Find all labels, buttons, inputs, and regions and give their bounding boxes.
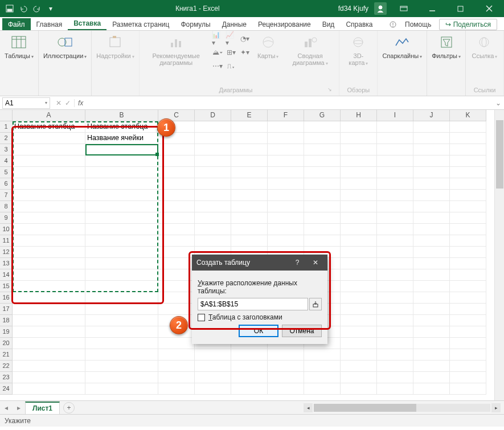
cell[interactable] [413, 326, 450, 338]
cell[interactable] [341, 155, 377, 167]
cell[interactable] [85, 144, 158, 155]
cell[interactable] [158, 304, 195, 315]
cell[interactable] [85, 349, 158, 361]
cell[interactable] [341, 201, 377, 212]
cell[interactable] [413, 338, 450, 349]
cell[interactable] [341, 178, 377, 190]
column-header[interactable]: F [268, 110, 304, 121]
cell[interactable] [268, 235, 304, 247]
cell[interactable] [413, 190, 450, 201]
cell[interactable] [268, 201, 304, 212]
cell[interactable] [413, 383, 450, 395]
cell[interactable] [413, 133, 450, 144]
3d-map-button[interactable]: 3D-карта [344, 33, 372, 67]
cell[interactable] [304, 372, 341, 383]
close-button[interactable] [478, 0, 501, 17]
cell[interactable] [341, 338, 377, 349]
expand-formula-bar-icon[interactable]: ⌄ [493, 99, 504, 107]
row-header[interactable]: 20 [0, 338, 13, 349]
cell[interactable] [195, 235, 231, 247]
cell[interactable] [341, 144, 377, 155]
cell[interactable] [341, 326, 377, 338]
cell[interactable] [13, 212, 85, 224]
cell[interactable] [85, 269, 158, 281]
row-header[interactable]: 21 [0, 349, 13, 361]
maps-button[interactable]: Карты [254, 33, 282, 60]
range-picker-icon[interactable] [309, 298, 322, 310]
fx-icon[interactable]: fx [74, 99, 87, 107]
column-header[interactable]: H [341, 110, 377, 121]
cell[interactable]: Название ячейки [85, 133, 158, 144]
cell[interactable] [450, 292, 486, 304]
cell[interactable] [268, 361, 304, 372]
minimize-button[interactable] [421, 0, 444, 17]
row-header[interactable]: 17 [0, 304, 13, 315]
cell[interactable] [413, 121, 450, 133]
share-button[interactable]: ↪ Поделиться [439, 19, 497, 30]
cell[interactable] [158, 281, 195, 292]
cell[interactable] [413, 201, 450, 212]
cell[interactable] [158, 155, 195, 167]
dialog-close-icon[interactable]: ✕ [308, 259, 323, 267]
cell[interactable] [341, 235, 377, 247]
cell[interactable] [377, 212, 413, 224]
cell[interactable] [268, 178, 304, 190]
row-header[interactable]: 4 [0, 155, 13, 167]
cell[interactable]: Название столбца [85, 121, 158, 133]
tab-главная[interactable]: Главная [31, 18, 68, 30]
cell[interactable] [450, 167, 486, 178]
column-header[interactable]: B [85, 110, 158, 121]
row-header[interactable]: 19 [0, 326, 13, 338]
filters-button[interactable]: Фильтры [432, 33, 461, 60]
cell[interactable] [158, 292, 195, 304]
cell[interactable] [268, 349, 304, 361]
sheet-tab[interactable]: Лист1 [25, 402, 60, 414]
cell[interactable] [13, 292, 85, 304]
cell[interactable] [85, 235, 158, 247]
cell[interactable] [13, 190, 85, 201]
enter-formula-icon[interactable]: ✓ [65, 99, 71, 107]
cell[interactable] [341, 372, 377, 383]
cell[interactable] [85, 212, 158, 224]
column-header[interactable]: A [13, 110, 85, 121]
cell[interactable] [377, 292, 413, 304]
cell[interactable] [413, 349, 450, 361]
cell[interactable] [85, 155, 158, 167]
cancel-formula-icon[interactable]: ✕ [56, 99, 62, 107]
cell[interactable] [450, 133, 486, 144]
cell[interactable] [195, 372, 231, 383]
cell[interactable] [158, 144, 195, 155]
row-header[interactable]: 12 [0, 247, 13, 258]
cell[interactable] [377, 178, 413, 190]
cell[interactable] [195, 167, 231, 178]
cell[interactable] [450, 315, 486, 326]
cell[interactable] [268, 144, 304, 155]
help-link[interactable]: Помощь [405, 21, 431, 28]
ribbon-display-icon[interactable] [392, 0, 415, 17]
row-header[interactable]: 11 [0, 235, 13, 247]
redo-icon[interactable] [31, 2, 43, 15]
cell[interactable] [85, 258, 158, 269]
horizontal-scrollbar[interactable]: ◂▸ [78, 403, 504, 412]
cell[interactable] [377, 133, 413, 144]
row-header[interactable]: 1 [0, 121, 13, 133]
cell[interactable] [377, 224, 413, 235]
row-header[interactable]: 3 [0, 144, 13, 155]
cell[interactable] [304, 235, 341, 247]
cell[interactable] [158, 247, 195, 258]
cell[interactable] [377, 315, 413, 326]
tab-справка[interactable]: Справка [340, 18, 378, 30]
cell[interactable] [377, 121, 413, 133]
cell[interactable] [195, 121, 231, 133]
cell[interactable] [195, 144, 231, 155]
cell[interactable] [13, 144, 85, 155]
cell[interactable] [377, 383, 413, 395]
cell[interactable] [158, 224, 195, 235]
tell-me-icon[interactable] [389, 21, 397, 28]
cell[interactable] [231, 155, 268, 167]
range-input[interactable] [198, 298, 308, 310]
tab-формулы[interactable]: Формулы [175, 18, 216, 30]
cell[interactable] [231, 121, 268, 133]
cell[interactable] [195, 155, 231, 167]
cell[interactable] [377, 155, 413, 167]
